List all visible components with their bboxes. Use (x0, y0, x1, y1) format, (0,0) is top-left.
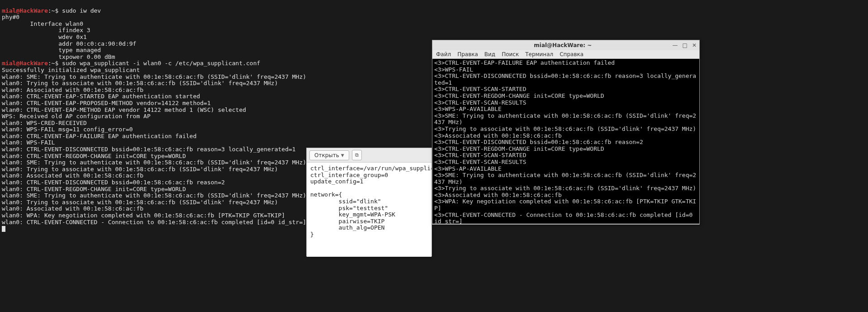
menu-edit[interactable]: Правка (457, 51, 478, 58)
minimize-button[interactable]: — (673, 42, 678, 48)
menu-terminal[interactable]: Терминал (525, 51, 553, 58)
prompt-sep-2: :~$ (48, 60, 58, 67)
terminal-titlebar[interactable]: mial@HackWare: ~ — □ ✕ (432, 40, 699, 50)
terminal-menubar: Файл Правка Вид Поиск Терминал Справка (432, 50, 699, 59)
menu-file[interactable]: Файл (436, 51, 451, 58)
new-tab-icon: ⧉ (355, 152, 359, 158)
command-2: sudo wpa_supplicant -i wlan0 -c /etc/wpa… (58, 60, 260, 67)
new-tab-button[interactable]: ⧉ (352, 150, 362, 160)
cursor-icon (2, 226, 5, 232)
editor-content[interactable]: ctrl_interface=/var/run/wpa_supplican ct… (307, 163, 432, 257)
output-1: phy#0 Interface wlan0 ifindex 3 wdev 0x1… (2, 14, 136, 60)
editor-toolbar: Открыть ▼ ⧉ (307, 148, 432, 163)
output-2: Successfully initialized wpa_supplicant … (2, 67, 306, 226)
menu-help[interactable]: Справка (560, 51, 583, 58)
window-controls: — □ ✕ (673, 42, 697, 48)
prompt-sep: :~$ (48, 7, 58, 14)
maximize-button[interactable]: □ (683, 42, 688, 48)
command-1: sudo iw dev (58, 7, 101, 14)
terminal-output: <3>CTRL-EVENT-EAP-FAILURE EAP authentica… (434, 59, 696, 224)
close-button[interactable]: ✕ (692, 42, 697, 48)
menu-search[interactable]: Поиск (502, 51, 519, 58)
terminal-window[interactable]: mial@HackWare: ~ — □ ✕ Файл Правка Вид П… (432, 40, 700, 225)
prompt-user: mial@HackWare (2, 7, 48, 14)
text-editor-window[interactable]: Открыть ▼ ⧉ ctrl_interface=/var/run/wpa_… (306, 148, 432, 256)
terminal-body[interactable]: <3>CTRL-EVENT-EAP-FAILURE EAP authentica… (432, 59, 699, 224)
prompt-user-2: mial@HackWare (2, 60, 48, 67)
open-button-label: Открыть (314, 152, 339, 158)
chevron-down-icon: ▼ (341, 153, 344, 158)
open-button[interactable]: Открыть ▼ (309, 150, 349, 160)
menu-view[interactable]: Вид (484, 51, 495, 58)
terminal-title: mial@HackWare: ~ (453, 42, 673, 48)
